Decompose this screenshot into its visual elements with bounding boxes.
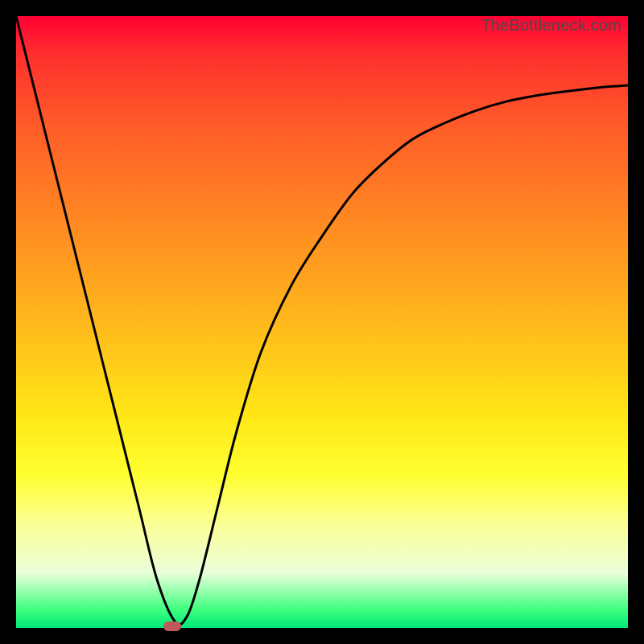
minimum-marker xyxy=(163,621,181,631)
watermark-text: TheBottleneck.com xyxy=(481,16,621,35)
bottleneck-curve xyxy=(16,16,628,628)
chart-plot-area: TheBottleneck.com xyxy=(16,16,628,628)
